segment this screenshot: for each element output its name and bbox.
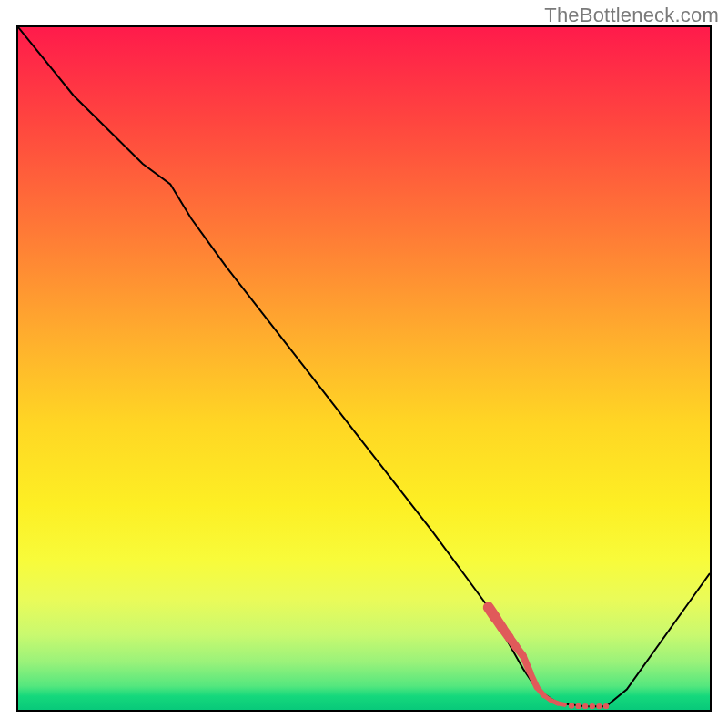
svg-point-13	[582, 703, 588, 709]
plot-area	[16, 25, 712, 712]
svg-point-15	[596, 703, 602, 709]
curve-layer	[18, 27, 710, 710]
svg-point-14	[590, 703, 595, 709]
watermark-text: TheBottleneck.com	[544, 4, 719, 27]
svg-point-12	[575, 703, 581, 709]
bottleneck-curve	[18, 27, 710, 706]
svg-line-10	[558, 703, 565, 705]
chart-root: TheBottleneck.com	[0, 0, 728, 728]
svg-point-11	[569, 703, 574, 708]
svg-point-16	[603, 703, 609, 709]
highlight-segment	[489, 608, 609, 710]
